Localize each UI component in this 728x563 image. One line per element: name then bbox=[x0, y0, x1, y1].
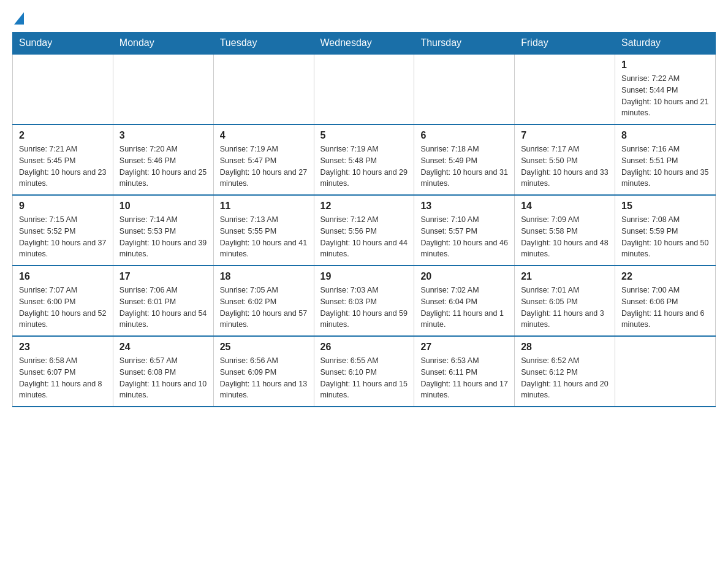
day-number: 23 bbox=[19, 342, 107, 353]
day-sun-info: Sunrise: 7:19 AMSunset: 5:48 PMDaylight:… bbox=[320, 144, 408, 190]
weekday-header-thursday: Thursday bbox=[414, 33, 515, 55]
calendar-cell: 8Sunrise: 7:16 AMSunset: 5:51 PMDaylight… bbox=[615, 124, 716, 195]
weekday-header-tuesday: Tuesday bbox=[213, 33, 314, 55]
calendar-cell: 26Sunrise: 6:55 AMSunset: 6:10 PMDayligh… bbox=[314, 336, 414, 407]
day-sun-info: Sunrise: 7:21 AMSunset: 5:45 PMDaylight:… bbox=[19, 144, 107, 190]
day-sun-info: Sunrise: 7:05 AMSunset: 6:02 PMDaylight:… bbox=[220, 285, 308, 331]
day-sun-info: Sunrise: 7:02 AMSunset: 6:04 PMDaylight:… bbox=[420, 285, 508, 331]
day-sun-info: Sunrise: 7:03 AMSunset: 6:03 PMDaylight:… bbox=[320, 285, 408, 331]
day-number: 13 bbox=[420, 201, 508, 212]
day-sun-info: Sunrise: 7:10 AMSunset: 5:57 PMDaylight:… bbox=[420, 214, 508, 260]
calendar-cell bbox=[515, 54, 615, 124]
day-sun-info: Sunrise: 7:08 AMSunset: 5:59 PMDaylight:… bbox=[621, 214, 709, 260]
calendar-cell: 12Sunrise: 7:12 AMSunset: 5:56 PMDayligh… bbox=[314, 195, 414, 266]
day-number: 8 bbox=[621, 130, 709, 141]
day-number: 15 bbox=[621, 201, 709, 212]
day-number: 4 bbox=[220, 130, 308, 141]
calendar-header-row: SundayMondayTuesdayWednesdayThursdayFrid… bbox=[13, 33, 716, 55]
day-number: 17 bbox=[119, 271, 207, 282]
weekday-header-friday: Friday bbox=[515, 33, 615, 55]
calendar-cell: 24Sunrise: 6:57 AMSunset: 6:08 PMDayligh… bbox=[113, 336, 213, 407]
calendar-cell: 14Sunrise: 7:09 AMSunset: 5:58 PMDayligh… bbox=[515, 195, 615, 266]
day-number: 18 bbox=[220, 271, 308, 282]
logo bbox=[12, 12, 24, 26]
calendar-cell: 16Sunrise: 7:07 AMSunset: 6:00 PMDayligh… bbox=[13, 266, 113, 336]
calendar-table: SundayMondayTuesdayWednesdayThursdayFrid… bbox=[12, 32, 716, 407]
day-sun-info: Sunrise: 7:22 AMSunset: 5:44 PMDaylight:… bbox=[621, 73, 709, 119]
calendar-cell: 20Sunrise: 7:02 AMSunset: 6:04 PMDayligh… bbox=[414, 266, 515, 336]
page-header bbox=[12, 12, 716, 26]
calendar-cell bbox=[314, 54, 414, 124]
calendar-cell: 5Sunrise: 7:19 AMSunset: 5:48 PMDaylight… bbox=[314, 124, 414, 195]
day-number: 12 bbox=[320, 201, 408, 212]
calendar-cell: 1Sunrise: 7:22 AMSunset: 5:44 PMDaylight… bbox=[615, 54, 716, 124]
day-number: 20 bbox=[420, 271, 508, 282]
calendar-cell: 10Sunrise: 7:14 AMSunset: 5:53 PMDayligh… bbox=[113, 195, 213, 266]
calendar-cell: 22Sunrise: 7:00 AMSunset: 6:06 PMDayligh… bbox=[615, 266, 716, 336]
calendar-cell: 19Sunrise: 7:03 AMSunset: 6:03 PMDayligh… bbox=[314, 266, 414, 336]
day-sun-info: Sunrise: 7:18 AMSunset: 5:49 PMDaylight:… bbox=[420, 144, 508, 190]
calendar-cell: 2Sunrise: 7:21 AMSunset: 5:45 PMDaylight… bbox=[13, 124, 113, 195]
calendar-cell: 23Sunrise: 6:58 AMSunset: 6:07 PMDayligh… bbox=[13, 336, 113, 407]
weekday-header-sunday: Sunday bbox=[13, 33, 113, 55]
calendar-cell: 6Sunrise: 7:18 AMSunset: 5:49 PMDaylight… bbox=[414, 124, 515, 195]
day-number: 28 bbox=[521, 342, 609, 353]
day-number: 6 bbox=[420, 130, 508, 141]
day-number: 5 bbox=[320, 130, 408, 141]
day-sun-info: Sunrise: 7:17 AMSunset: 5:50 PMDaylight:… bbox=[521, 144, 609, 190]
calendar-cell: 4Sunrise: 7:19 AMSunset: 5:47 PMDaylight… bbox=[213, 124, 314, 195]
calendar-week-3: 9Sunrise: 7:15 AMSunset: 5:52 PMDaylight… bbox=[13, 195, 716, 266]
day-number: 21 bbox=[521, 271, 609, 282]
day-number: 22 bbox=[621, 271, 709, 282]
day-number: 9 bbox=[19, 201, 107, 212]
calendar-cell: 13Sunrise: 7:10 AMSunset: 5:57 PMDayligh… bbox=[414, 195, 515, 266]
day-sun-info: Sunrise: 7:13 AMSunset: 5:55 PMDaylight:… bbox=[220, 214, 308, 260]
day-sun-info: Sunrise: 7:06 AMSunset: 6:01 PMDaylight:… bbox=[119, 285, 207, 331]
calendar-cell bbox=[113, 54, 213, 124]
day-number: 7 bbox=[521, 130, 609, 141]
day-number: 25 bbox=[220, 342, 308, 353]
calendar-cell: 9Sunrise: 7:15 AMSunset: 5:52 PMDaylight… bbox=[13, 195, 113, 266]
day-sun-info: Sunrise: 6:58 AMSunset: 6:07 PMDaylight:… bbox=[19, 355, 107, 401]
weekday-header-wednesday: Wednesday bbox=[314, 33, 414, 55]
calendar-week-5: 23Sunrise: 6:58 AMSunset: 6:07 PMDayligh… bbox=[13, 336, 716, 407]
day-number: 3 bbox=[119, 130, 207, 141]
calendar-week-2: 2Sunrise: 7:21 AMSunset: 5:45 PMDaylight… bbox=[13, 124, 716, 195]
day-sun-info: Sunrise: 7:12 AMSunset: 5:56 PMDaylight:… bbox=[320, 214, 408, 260]
calendar-cell: 7Sunrise: 7:17 AMSunset: 5:50 PMDaylight… bbox=[515, 124, 615, 195]
weekday-header-monday: Monday bbox=[113, 33, 213, 55]
day-number: 2 bbox=[19, 130, 107, 141]
day-number: 27 bbox=[420, 342, 508, 353]
day-number: 16 bbox=[19, 271, 107, 282]
day-sun-info: Sunrise: 7:14 AMSunset: 5:53 PMDaylight:… bbox=[119, 214, 207, 260]
day-sun-info: Sunrise: 7:09 AMSunset: 5:58 PMDaylight:… bbox=[521, 214, 609, 260]
day-sun-info: Sunrise: 7:15 AMSunset: 5:52 PMDaylight:… bbox=[19, 214, 107, 260]
logo-triangle-icon bbox=[14, 12, 24, 25]
calendar-cell: 15Sunrise: 7:08 AMSunset: 5:59 PMDayligh… bbox=[615, 195, 716, 266]
calendar-cell bbox=[213, 54, 314, 124]
calendar-cell: 17Sunrise: 7:06 AMSunset: 6:01 PMDayligh… bbox=[113, 266, 213, 336]
calendar-cell bbox=[414, 54, 515, 124]
day-number: 10 bbox=[119, 201, 207, 212]
day-sun-info: Sunrise: 7:20 AMSunset: 5:46 PMDaylight:… bbox=[119, 144, 207, 190]
calendar-week-4: 16Sunrise: 7:07 AMSunset: 6:00 PMDayligh… bbox=[13, 266, 716, 336]
day-number: 26 bbox=[320, 342, 408, 353]
calendar-cell: 3Sunrise: 7:20 AMSunset: 5:46 PMDaylight… bbox=[113, 124, 213, 195]
day-sun-info: Sunrise: 6:56 AMSunset: 6:09 PMDaylight:… bbox=[220, 355, 308, 401]
calendar-cell bbox=[13, 54, 113, 124]
calendar-cell: 18Sunrise: 7:05 AMSunset: 6:02 PMDayligh… bbox=[213, 266, 314, 336]
day-sun-info: Sunrise: 7:01 AMSunset: 6:05 PMDaylight:… bbox=[521, 285, 609, 331]
day-number: 19 bbox=[320, 271, 408, 282]
calendar-cell: 21Sunrise: 7:01 AMSunset: 6:05 PMDayligh… bbox=[515, 266, 615, 336]
calendar-cell bbox=[615, 336, 716, 407]
calendar-week-1: 1Sunrise: 7:22 AMSunset: 5:44 PMDaylight… bbox=[13, 54, 716, 124]
day-sun-info: Sunrise: 7:07 AMSunset: 6:00 PMDaylight:… bbox=[19, 285, 107, 331]
calendar-cell: 25Sunrise: 6:56 AMSunset: 6:09 PMDayligh… bbox=[213, 336, 314, 407]
day-sun-info: Sunrise: 7:00 AMSunset: 6:06 PMDaylight:… bbox=[621, 285, 709, 331]
day-sun-info: Sunrise: 6:53 AMSunset: 6:11 PMDaylight:… bbox=[420, 355, 508, 401]
day-sun-info: Sunrise: 7:16 AMSunset: 5:51 PMDaylight:… bbox=[621, 144, 709, 190]
calendar-cell: 28Sunrise: 6:52 AMSunset: 6:12 PMDayligh… bbox=[515, 336, 615, 407]
day-sun-info: Sunrise: 6:57 AMSunset: 6:08 PMDaylight:… bbox=[119, 355, 207, 401]
weekday-header-saturday: Saturday bbox=[615, 33, 716, 55]
day-sun-info: Sunrise: 6:52 AMSunset: 6:12 PMDaylight:… bbox=[521, 355, 609, 401]
